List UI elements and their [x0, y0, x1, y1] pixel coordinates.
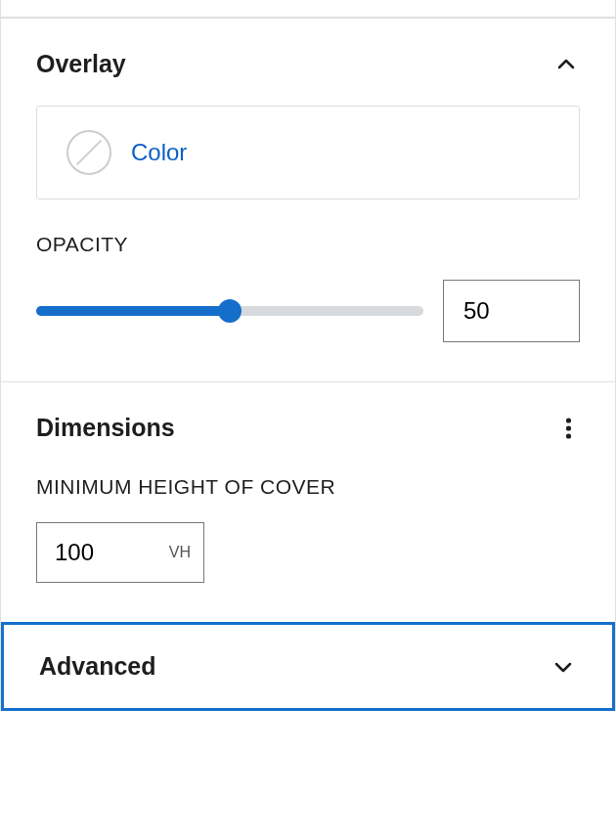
- opacity-label: OPACITY: [36, 233, 580, 256]
- opacity-slider[interactable]: [36, 299, 423, 323]
- svg-line-0: [77, 141, 102, 165]
- svg-point-1: [565, 418, 570, 422]
- more-options-icon[interactable]: [556, 417, 580, 440]
- no-color-icon: [66, 130, 111, 175]
- top-divider: [1, 0, 615, 18]
- min-height-input[interactable]: [36, 522, 204, 583]
- color-picker-row[interactable]: Color: [36, 106, 580, 199]
- overlay-title: Overlay: [36, 50, 126, 78]
- settings-panel: Overlay Color OPACITY: [0, 0, 616, 711]
- dimensions-header[interactable]: Dimensions: [36, 414, 580, 442]
- svg-point-3: [565, 433, 570, 438]
- advanced-title: Advanced: [39, 652, 155, 681]
- slider-thumb[interactable]: [218, 299, 242, 323]
- min-height-field: VH: [36, 522, 204, 583]
- chevron-up-icon[interactable]: [552, 51, 580, 78]
- overlay-header[interactable]: Overlay: [36, 50, 580, 78]
- min-height-label: MINIMUM HEIGHT OF COVER: [36, 475, 580, 499]
- opacity-input[interactable]: [443, 280, 580, 342]
- svg-point-2: [565, 425, 570, 430]
- opacity-row: [36, 280, 580, 342]
- overlay-section: Overlay Color OPACITY: [1, 18, 615, 381]
- dimensions-title: Dimensions: [36, 414, 175, 442]
- color-label: Color: [131, 139, 187, 166]
- advanced-header[interactable]: Advanced: [39, 652, 577, 681]
- chevron-down-icon[interactable]: [550, 653, 577, 681]
- dimensions-section: Dimensions MINIMUM HEIGHT OF COVER VH: [1, 381, 615, 622]
- advanced-section[interactable]: Advanced: [1, 622, 615, 711]
